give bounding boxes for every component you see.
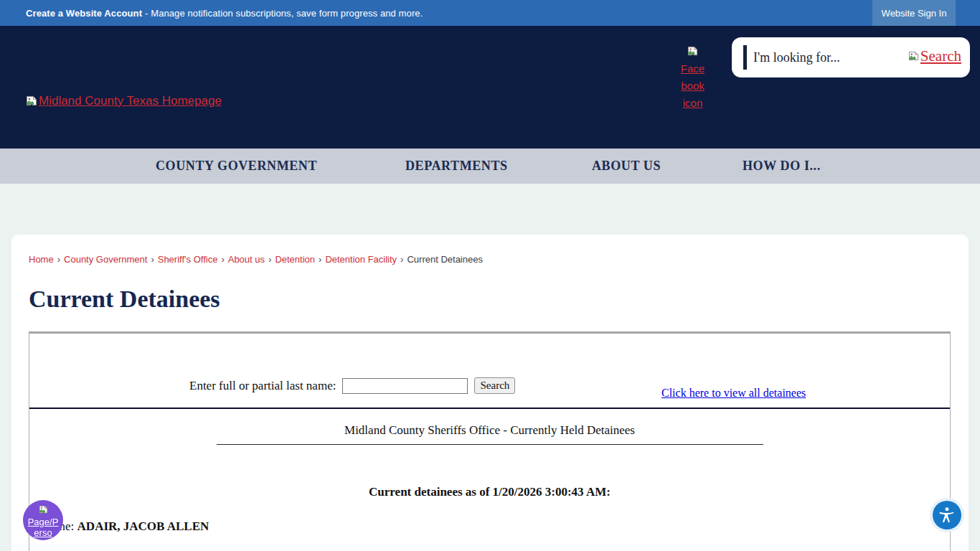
lastname-input[interactable] <box>342 378 468 394</box>
nav-departments[interactable]: DEPARTMENTS <box>405 149 508 184</box>
site-search-input[interactable] <box>753 43 882 72</box>
page-personalization-widget[interactable]: Page/Perso <box>23 500 63 540</box>
facebook-alt-text: Facebook icon <box>681 62 705 109</box>
office-heading: Midland County Sheriffs Office - Current… <box>217 423 763 445</box>
nav-about-us[interactable]: ABOUT US <box>592 149 661 184</box>
homepage-logo-link[interactable]: Midland County Texas Homepage <box>26 94 222 108</box>
broken-image-icon <box>908 51 919 62</box>
broken-image-icon <box>687 46 698 57</box>
account-message-rest: - Manage notification subscriptions, sav… <box>145 8 423 19</box>
account-message[interactable]: Create a Website Account - Manage notifi… <box>26 0 423 26</box>
detainees-as-of-text: Current detainees as of 1/20/2026 3:00:4… <box>29 485 950 499</box>
broken-image-icon <box>39 505 48 514</box>
main-navigation: COUNTY GOVERNMENT DEPARTMENTS ABOUT US H… <box>0 149 980 184</box>
website-sign-in-button[interactable]: Website Sign In <box>872 0 956 26</box>
site-search-box: Search <box>732 37 970 77</box>
breadcrumb-link-sheriffs-office[interactable]: Sheriff's Office <box>158 254 218 265</box>
page-title: Current Detainees <box>29 286 969 313</box>
lastname-label: Enter full or partial last name: <box>189 379 336 393</box>
breadcrumb: Home›County Government›Sheriff's Office›… <box>11 235 969 265</box>
breadcrumb-separator: › <box>57 254 60 265</box>
accessibility-button[interactable] <box>933 501 961 529</box>
accessibility-icon <box>938 506 956 524</box>
site-search-submit[interactable]: Search <box>908 47 961 65</box>
detainee-search-form: Enter full or partial last name: Search <box>189 377 515 394</box>
detainee-name-value: ADAIR, JACOB ALLEN <box>77 519 209 533</box>
search-caret <box>743 45 747 70</box>
breadcrumb-link-detention-facility[interactable]: Detention Facility <box>325 254 397 265</box>
breadcrumb-link-about-us[interactable]: About us <box>228 254 265 265</box>
breadcrumb-link-detention[interactable]: Detention <box>275 254 315 265</box>
facebook-link[interactable]: Facebook icon <box>679 43 706 112</box>
nav-how-do-i[interactable]: HOW DO I... <box>743 149 821 184</box>
page-background: Home›County Government›Sheriff's Office›… <box>0 184 980 551</box>
broken-image-icon <box>26 95 37 107</box>
breadcrumb-link-county-government[interactable]: County Government <box>64 254 147 265</box>
content-card: Home›County Government›Sheriff's Office›… <box>11 235 969 551</box>
view-all-detainees-link[interactable]: Click here to view all detainees <box>661 387 806 400</box>
breadcrumb-separator: › <box>400 254 403 265</box>
nav-county-government[interactable]: COUNTY GOVERNMENT <box>156 149 317 184</box>
personalization-alt-text: Page/Perso <box>27 517 59 538</box>
top-account-bar: Create a Website Account - Manage notifi… <box>0 0 980 26</box>
breadcrumb-separator: › <box>151 254 154 265</box>
search-button-alt-text: Search <box>920 47 961 65</box>
breadcrumb-link-home[interactable]: Home <box>29 254 54 265</box>
detainee-record: Name: ADAIR, JACOB ALLEN <box>42 519 950 534</box>
breadcrumb-separator: › <box>319 254 321 265</box>
breadcrumb-separator: › <box>221 254 224 265</box>
homepage-logo-alt-text: Midland County Texas Homepage <box>39 94 222 108</box>
breadcrumb-separator: › <box>268 254 271 265</box>
detainees-frame: Enter full or partial last name: Search … <box>29 331 951 551</box>
create-account-link[interactable]: Create a Website Account <box>26 8 142 19</box>
breadcrumb-current-page: Current Detainees <box>407 254 483 265</box>
site-header: Midland County Texas Homepage Facebook i… <box>0 26 980 149</box>
detainee-search-button[interactable]: Search <box>474 377 515 394</box>
detainee-search-section: Enter full or partial last name: Search … <box>29 334 950 409</box>
